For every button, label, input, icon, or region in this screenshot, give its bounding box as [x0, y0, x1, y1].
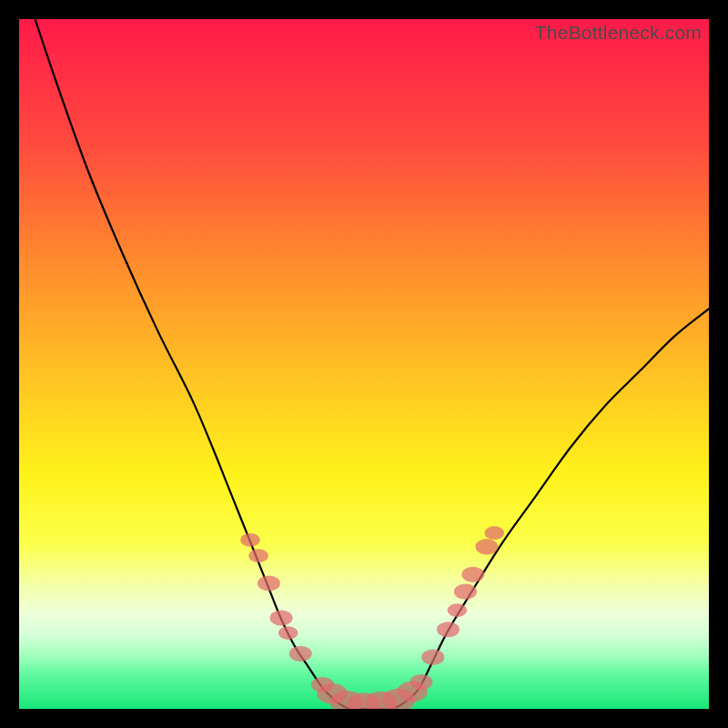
bottleneck-curve	[19, 19, 709, 709]
curve-marker	[421, 650, 444, 665]
curve-marker	[447, 603, 467, 617]
curve-marker	[461, 567, 484, 582]
curve-marker	[410, 674, 432, 690]
curve-marker	[258, 576, 280, 592]
curve-marker	[278, 626, 298, 640]
curve-marker	[454, 584, 477, 600]
curve-marker	[484, 526, 504, 540]
plot-area: TheBottleneck.com	[19, 19, 709, 709]
curve-marker	[270, 610, 293, 625]
chart-frame: TheBottleneck.com	[0, 0, 728, 728]
curve-marker	[240, 533, 260, 547]
curve-marker	[475, 539, 498, 554]
curve-marker	[248, 549, 268, 562]
curve-marker	[289, 646, 312, 662]
watermark-text: TheBottleneck.com	[535, 22, 702, 44]
curve-marker	[437, 622, 460, 637]
